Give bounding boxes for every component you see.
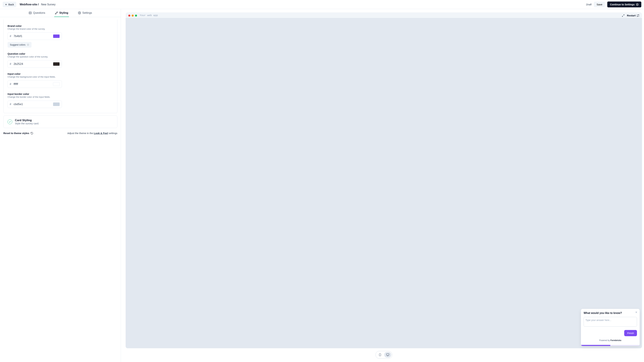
input-border-color-input-row[interactable]: # bbox=[8, 100, 62, 108]
input-color-input[interactable] bbox=[14, 82, 51, 86]
question-color-swatch[interactable] bbox=[53, 62, 60, 66]
back-label: Back bbox=[8, 3, 14, 6]
brand-color-input[interactable] bbox=[14, 34, 51, 38]
input-color-swatch[interactable] bbox=[53, 82, 60, 86]
traffic-light-green bbox=[135, 14, 137, 16]
survey-inner: What would you like to know? Finish Powe… bbox=[581, 309, 640, 343]
preview-actions: Restart bbox=[622, 14, 639, 17]
tab-settings[interactable]: Settings bbox=[77, 9, 93, 17]
powered-prefix: Powered by bbox=[599, 339, 610, 342]
brand-color-label: Brand color bbox=[8, 24, 113, 27]
suggest-colors-button[interactable]: Suggest colors bbox=[8, 42, 32, 48]
sparkle-icon bbox=[27, 43, 29, 46]
header-left: Back Webflow-site / New Survey bbox=[3, 2, 56, 7]
editor-tabs: Questions Styling Settings bbox=[0, 9, 121, 17]
tab-styling[interactable]: Styling bbox=[54, 9, 69, 17]
hash-symbol: # bbox=[10, 62, 11, 65]
svg-rect-9 bbox=[379, 354, 381, 356]
preview-body: What would you like to know? Finish Powe… bbox=[126, 18, 642, 348]
survey-button-row: Finish bbox=[584, 330, 637, 336]
refresh-icon bbox=[636, 14, 639, 17]
card-styling-desc: Style the survey card. bbox=[15, 122, 39, 125]
field-question-color: Question color Change the question color… bbox=[8, 52, 113, 68]
question-color-label: Question color bbox=[8, 52, 113, 55]
question-color-input-row[interactable]: # bbox=[8, 60, 62, 68]
hash-symbol: # bbox=[10, 35, 11, 38]
svg-rect-1 bbox=[29, 12, 32, 14]
svg-line-6 bbox=[622, 16, 623, 16]
progress-fill bbox=[581, 345, 610, 346]
reset-theme-button[interactable]: Reset to theme styles bbox=[3, 132, 33, 135]
brand-color-input-row[interactable]: # bbox=[8, 32, 62, 40]
traffic-light-yellow bbox=[132, 14, 134, 16]
save-button[interactable]: Save bbox=[594, 2, 605, 7]
question-color-input[interactable] bbox=[14, 62, 51, 66]
brand-color-desc: Change the brand color of the survey. bbox=[8, 28, 113, 30]
adjust-suffix: settings bbox=[108, 132, 118, 135]
question-color-desc: Change the question color of the survey. bbox=[8, 55, 113, 58]
top-header: Back Webflow-site / New Survey Draft Sav… bbox=[0, 0, 644, 9]
field-brand-color: Brand color Change the brand color of th… bbox=[8, 24, 113, 48]
tab-questions[interactable]: Questions bbox=[28, 9, 46, 17]
traffic-light-red bbox=[128, 14, 130, 16]
svg-point-4 bbox=[79, 12, 80, 13]
continue-button[interactable]: Continue to Settings bbox=[607, 1, 641, 7]
rotate-icon bbox=[30, 132, 33, 135]
traffic-lights bbox=[128, 14, 137, 16]
left-footer: Reset to theme styles Adjust the theme i… bbox=[3, 132, 118, 135]
brand-color-swatch[interactable] bbox=[53, 34, 60, 38]
smartphone-icon bbox=[379, 354, 381, 356]
draft-status: Draft bbox=[586, 3, 592, 6]
breadcrumb: Webflow-site / New Survey bbox=[20, 3, 56, 6]
reset-label: Reset to theme styles bbox=[3, 132, 29, 135]
svg-point-0 bbox=[637, 4, 638, 5]
hash-symbol: # bbox=[10, 103, 11, 106]
check-icon bbox=[9, 121, 11, 123]
restart-label: Restart bbox=[627, 14, 636, 17]
device-desktop-button[interactable] bbox=[384, 352, 391, 358]
survey-close-button[interactable] bbox=[635, 311, 638, 314]
hash-symbol: # bbox=[10, 83, 11, 86]
device-toggle bbox=[126, 351, 642, 359]
input-color-desc: Change the background color of the input… bbox=[8, 76, 113, 78]
survey-question: What would you like to know? bbox=[584, 312, 637, 315]
input-color-input-row[interactable]: # bbox=[8, 80, 62, 88]
adjust-prefix: Adjust the theme in the bbox=[68, 132, 94, 135]
tab-styling-label: Styling bbox=[59, 11, 68, 14]
monitor-icon bbox=[386, 353, 389, 356]
card-styling-text: Card Styling Style the survey card. bbox=[15, 119, 39, 125]
adjust-theme-text: Adjust the theme in the Look & Feel sett… bbox=[68, 132, 118, 135]
list-icon bbox=[29, 11, 32, 14]
look-feel-link[interactable]: Look & Feel bbox=[94, 132, 108, 135]
powered-by: Powered by Formbricks bbox=[584, 339, 637, 342]
field-input-border-color: Input border color Change the border col… bbox=[8, 92, 113, 108]
svg-rect-11 bbox=[386, 354, 389, 356]
input-color-label: Input color bbox=[8, 72, 113, 75]
preview-title: Your web app bbox=[140, 14, 622, 17]
svg-line-5 bbox=[624, 14, 624, 15]
back-button[interactable]: Back bbox=[3, 2, 16, 7]
breadcrumb-current: New Survey bbox=[41, 3, 56, 6]
input-border-color-swatch[interactable] bbox=[53, 102, 60, 106]
device-mobile-button[interactable] bbox=[376, 352, 384, 358]
card-styling-title: Card Styling bbox=[15, 119, 39, 122]
card-styling-section[interactable]: Card Styling Style the survey card. bbox=[3, 115, 118, 128]
gear-icon bbox=[78, 11, 81, 14]
powered-brand[interactable]: Formbricks bbox=[610, 339, 621, 342]
restart-button[interactable]: Restart bbox=[627, 14, 639, 17]
suggest-colors-label: Suggest colors bbox=[10, 43, 26, 46]
survey-textarea[interactable] bbox=[584, 317, 637, 327]
finish-button[interactable]: Finish bbox=[624, 330, 637, 336]
right-pane: Your web app Restart What would you like… bbox=[121, 9, 644, 362]
gear-icon bbox=[636, 3, 639, 6]
paintbrush-icon bbox=[55, 11, 58, 14]
breadcrumb-separator: / bbox=[38, 3, 39, 6]
main-layout: Questions Styling Settings Brand color C… bbox=[0, 9, 644, 362]
header-right: Draft Save Continue to Settings bbox=[586, 1, 641, 7]
input-border-color-input[interactable] bbox=[14, 103, 51, 106]
continue-label: Continue to Settings bbox=[610, 3, 634, 6]
input-border-color-label: Input border color bbox=[8, 92, 113, 95]
expand-icon[interactable] bbox=[622, 14, 624, 17]
device-pill bbox=[376, 351, 392, 359]
styling-form: Brand color Change the brand color of th… bbox=[3, 19, 118, 113]
